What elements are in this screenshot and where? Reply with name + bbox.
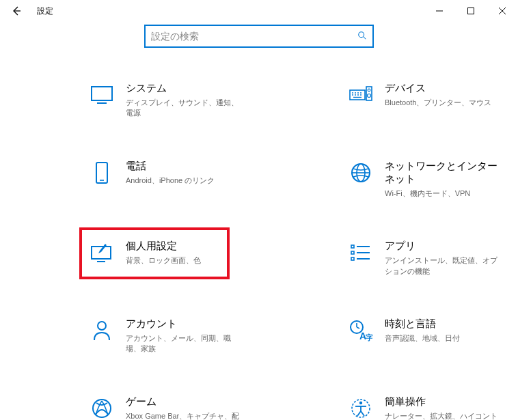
svg-rect-31 [351, 251, 354, 254]
minimize-button[interactable] [424, 0, 455, 22]
svg-point-35 [98, 322, 106, 330]
close-button[interactable] [487, 0, 518, 22]
category-personalization[interactable]: 個人用設定 背景、ロック画面、色 [0, 240, 259, 277]
window-title: 設定 [37, 5, 53, 17]
titlebar: 設定 [0, 0, 518, 22]
svg-line-38 [357, 327, 359, 328]
category-network[interactable]: ネットワークとインターネット Wi-Fi、機内モード、VPN [259, 160, 518, 199]
category-title: アカウント [126, 318, 242, 331]
category-accounts[interactable]: アカウント アカウント、メール、同期、職場、家族 [0, 318, 259, 354]
category-ease-of-access[interactable]: 簡単操作 ナレーター、拡大鏡、ハイコントラスト [259, 395, 518, 420]
list-icon [348, 240, 374, 266]
category-apps[interactable]: アプリ アンインストール、既定値、オプションの機能 [259, 240, 518, 277]
svg-point-21 [368, 94, 371, 98]
category-title: デバイス [385, 82, 491, 95]
svg-rect-27 [92, 247, 111, 259]
category-time-language[interactable]: A 字 時刻と言語 音声認識、地域、日付 [259, 318, 518, 354]
category-desc: アカウント、メール、同期、職場、家族 [126, 333, 242, 354]
category-title: 個人用設定 [126, 240, 201, 253]
xbox-icon [89, 395, 115, 420]
category-title: ネットワークとインターネット [385, 160, 501, 186]
category-desc: Android、iPhone のリンク [126, 176, 215, 186]
maximize-button[interactable] [455, 0, 487, 22]
clock-language-icon: A 字 [348, 318, 374, 344]
category-desc: Bluetooth、プリンター、マウス [385, 98, 491, 108]
category-desc: Wi-Fi、機内モード、VPN [385, 188, 501, 199]
keyboard-speaker-icon [348, 82, 374, 108]
category-desc: 背景、ロック画面、色 [126, 255, 201, 266]
category-title: アプリ [385, 240, 501, 253]
search-row [0, 25, 518, 48]
back-arrow-icon [11, 5, 22, 16]
paintbrush-monitor-icon [89, 240, 115, 266]
svg-rect-2 [468, 8, 474, 14]
globe-icon [348, 160, 374, 186]
svg-text:字: 字 [366, 333, 372, 341]
svg-point-41 [93, 400, 111, 417]
search-input[interactable] [151, 31, 357, 42]
category-devices[interactable]: デバイス Bluetooth、プリンター、マウス [259, 82, 518, 119]
svg-line-47 [361, 411, 364, 416]
accessibility-icon [348, 395, 374, 420]
category-system[interactable]: システム ディスプレイ、サウンド、通知、電源 [0, 82, 259, 119]
category-title: 時刻と言語 [385, 318, 460, 331]
category-title: システム [126, 82, 242, 95]
minimize-icon [436, 8, 443, 14]
category-desc: Xbox Game Bar、キャプチャ、配信、ゲーム モード [126, 411, 242, 420]
svg-point-43 [359, 402, 362, 404]
category-desc: 音声認識、地域、日付 [385, 333, 460, 344]
svg-rect-33 [351, 257, 354, 260]
categories-grid: システム ディスプレイ、サウンド、通知、電源 デバイス [0, 48, 518, 420]
phone-icon [89, 160, 115, 186]
svg-point-20 [368, 89, 370, 92]
category-desc: アンインストール、既定値、オプションの機能 [385, 255, 501, 277]
category-desc: ディスプレイ、サウンド、通知、電源 [126, 98, 242, 119]
back-button[interactable] [0, 0, 33, 22]
display-icon [89, 82, 115, 108]
search-icon [357, 31, 367, 42]
close-icon [499, 8, 506, 14]
svg-rect-29 [351, 245, 354, 248]
search-box[interactable] [144, 25, 374, 48]
category-phone[interactable]: 電話 Android、iPhone のリンク [0, 160, 259, 199]
maximize-icon [467, 8, 474, 14]
person-icon [89, 318, 115, 344]
category-gaming[interactable]: ゲーム Xbox Game Bar、キャプチャ、配信、ゲーム モード [0, 395, 259, 420]
svg-line-6 [364, 36, 366, 39]
svg-line-46 [357, 411, 361, 416]
category-desc: ナレーター、拡大鏡、ハイコントラスト [385, 411, 501, 420]
svg-point-5 [359, 31, 364, 37]
category-title: 電話 [126, 160, 215, 173]
window-controls [424, 0, 518, 22]
category-title: 簡単操作 [385, 395, 501, 408]
svg-rect-7 [92, 87, 112, 100]
category-title: ゲーム [126, 395, 242, 408]
